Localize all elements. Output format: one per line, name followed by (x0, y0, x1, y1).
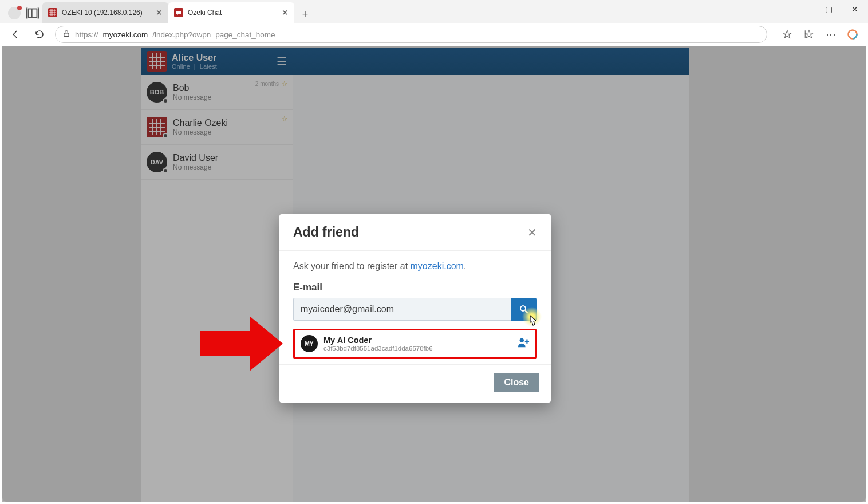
click-highlight (522, 307, 542, 326)
menu-icon[interactable]: ⋯ (822, 26, 839, 43)
lock-icon (62, 30, 70, 40)
email-input[interactable] (293, 298, 511, 321)
copilot-icon[interactable] (844, 26, 861, 43)
modal-header: Add friend ✕ (279, 214, 551, 251)
refresh-button[interactable] (31, 26, 48, 43)
favorite-icon[interactable] (779, 26, 796, 43)
maximize-button[interactable]: ▢ (815, 0, 842, 18)
email-label: E-mail (293, 282, 537, 293)
url-path: /index.php?owpn=page_chat_home (152, 30, 275, 39)
url-host: myozeki.com (103, 30, 148, 39)
favicon-chat-icon (174, 8, 183, 17)
email-row (293, 298, 537, 321)
favicon-ozeki-icon (48, 8, 57, 17)
result-lines: My AI Coder c3f53bd7df8551ad3cadf1dda657… (323, 336, 433, 352)
search-button[interactable] (511, 298, 537, 321)
modal-footer: Close (279, 364, 551, 403)
result-avatar: MY (301, 335, 318, 352)
url-field[interactable]: https://myozeki.com/index.php?owpn=page_… (55, 26, 767, 43)
result-name: My AI Coder (323, 336, 433, 345)
tab-actions-icon[interactable] (26, 7, 39, 19)
address-bar: https://myozeki.com/index.php?owpn=page_… (0, 23, 868, 46)
modal-title: Add friend (293, 225, 359, 240)
close-window-button[interactable]: ✕ (842, 0, 868, 18)
browser-chrome: OZEKI 10 (192.168.0.126) ✕ Ozeki Chat ✕ … (0, 0, 868, 46)
tab-strip: OZEKI 10 (192.168.0.126) ✕ Ozeki Chat ✕ … (42, 0, 789, 23)
title-left (5, 7, 42, 23)
result-id: c3f53bd7df8551ad3cadf1dda6578fb6 (323, 345, 433, 352)
window-controls: — ▢ ✕ (789, 0, 868, 23)
close-icon[interactable]: ✕ (527, 226, 537, 239)
search-result[interactable]: MY My AI Coder c3f53bd7df8551ad3cadf1dda… (293, 329, 537, 359)
profile-icon[interactable] (8, 7, 21, 19)
tab-ozeki10[interactable]: OZEKI 10 (192.168.0.126) ✕ (42, 2, 168, 23)
collections-icon[interactable] (800, 26, 818, 43)
url-scheme: https:// (75, 30, 98, 39)
close-tab-icon[interactable]: ✕ (156, 8, 163, 17)
add-friend-modal: Add friend ✕ Ask your friend to register… (279, 214, 551, 403)
back-button[interactable] (7, 26, 24, 43)
hint-prefix: Ask your friend to register at (293, 261, 411, 271)
tab-title: OZEKI 10 (192.168.0.126) (62, 9, 143, 17)
tab-title: Ozeki Chat (188, 9, 222, 17)
add-friend-icon[interactable] (517, 336, 530, 351)
tab-ozeki-chat[interactable]: Ozeki Chat ✕ (168, 2, 294, 23)
address-right: ⋯ (779, 26, 861, 43)
new-tab-button[interactable]: + (297, 6, 314, 23)
title-bar: OZEKI 10 (192.168.0.126) ✕ Ozeki Chat ✕ … (0, 0, 868, 23)
minimize-button[interactable]: — (789, 0, 815, 18)
close-tab-icon[interactable]: ✕ (282, 8, 289, 17)
register-hint: Ask your friend to register at myozeki.c… (293, 261, 537, 271)
svg-point-30 (520, 338, 524, 342)
modal-body: Ask your friend to register at myozeki.c… (279, 251, 551, 364)
svg-rect-10 (64, 33, 69, 36)
register-link[interactable]: myozeki.com (411, 261, 464, 271)
close-button[interactable]: Close (494, 373, 539, 392)
svg-rect-0 (29, 9, 37, 18)
hint-suffix: . (464, 261, 466, 271)
